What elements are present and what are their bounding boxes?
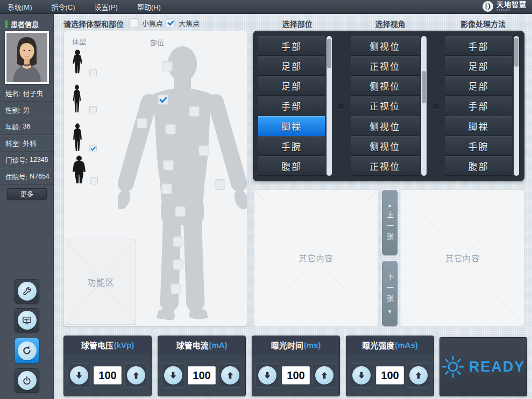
view-item[interactable]: 侧视位 bbox=[351, 116, 420, 136]
mas-increase-button[interactable] bbox=[407, 363, 430, 388]
tools-button[interactable] bbox=[15, 279, 39, 303]
part-list-scrollbar[interactable] bbox=[327, 36, 332, 176]
reset-button[interactable] bbox=[15, 338, 39, 364]
small-focus-checkbox[interactable] bbox=[129, 18, 138, 27]
process-item[interactable]: 脚裸 bbox=[445, 116, 512, 136]
body-type-male-checkbox[interactable] bbox=[89, 145, 97, 152]
ms-value[interactable]: 100 bbox=[282, 366, 310, 384]
view-item[interactable]: 正视位 bbox=[351, 156, 420, 176]
kvp-decrease-button[interactable] bbox=[67, 363, 91, 388]
chevron-right-separator: » bbox=[332, 36, 351, 176]
up-arrow-icon bbox=[414, 371, 423, 380]
next-image-button[interactable]: 下一张 ▼ bbox=[382, 261, 398, 326]
menu-help[interactable]: 帮助(H) bbox=[137, 2, 161, 12]
part-checkbox-left-collar[interactable] bbox=[158, 94, 168, 105]
patient-gender-row: 性别:男 bbox=[0, 102, 54, 118]
power-button[interactable] bbox=[15, 368, 39, 393]
ma-value[interactable]: 100 bbox=[188, 366, 216, 384]
part-checkbox-left-upper-arm[interactable] bbox=[137, 118, 147, 129]
menu-command[interactable]: 指令(C) bbox=[52, 2, 75, 12]
monitor-button[interactable] bbox=[15, 308, 39, 332]
function-area-placeholder: 功能区 bbox=[66, 239, 136, 325]
process-item[interactable]: 手部 bbox=[445, 36, 512, 56]
kvp-param-title: 球管电压(kVp) bbox=[64, 336, 151, 354]
patient-info-header: 患者信息 bbox=[5, 19, 39, 29]
part-checkbox-head[interactable] bbox=[162, 61, 173, 72]
part-checkbox-right-shin[interactable] bbox=[173, 259, 183, 270]
green-accent-bar bbox=[5, 20, 8, 28]
power-icon bbox=[18, 371, 37, 390]
part-item[interactable]: 足部 bbox=[258, 76, 325, 96]
menu-settings[interactable]: 设置(P) bbox=[95, 2, 118, 12]
more-button[interactable]: 更多 bbox=[7, 188, 47, 200]
body-type-child[interactable] bbox=[71, 49, 98, 76]
view-item[interactable]: 正视位 bbox=[351, 56, 420, 76]
body-type-male[interactable] bbox=[71, 123, 98, 153]
body-type-slim-female[interactable] bbox=[71, 84, 98, 115]
part-item[interactable]: 足部 bbox=[258, 56, 325, 76]
function-area-label: 功能区 bbox=[66, 239, 136, 324]
body-type-heavy[interactable] bbox=[71, 155, 98, 186]
preview-left-label: 其它内容 bbox=[254, 190, 378, 326]
up-arrow-icon bbox=[320, 371, 329, 380]
body-type-label: 体型 bbox=[72, 36, 86, 46]
select-part-header: 选择部位 bbox=[253, 18, 342, 29]
part-checkbox-right-thigh[interactable] bbox=[175, 206, 186, 217]
menu-system[interactable]: 系统(M) bbox=[8, 2, 32, 12]
ready-button[interactable]: READY bbox=[439, 337, 527, 396]
mas-decrease-button[interactable] bbox=[350, 363, 373, 388]
ready-label: READY bbox=[469, 359, 526, 375]
small-focus-option: 小焦点 bbox=[129, 18, 163, 28]
large-focus-checkbox[interactable] bbox=[166, 18, 175, 27]
ma-decrease-button[interactable] bbox=[161, 363, 185, 388]
view-list-scrollbar[interactable] bbox=[421, 36, 427, 176]
process-list-scrollbar[interactable] bbox=[514, 36, 519, 176]
process-item[interactable]: 足部 bbox=[445, 76, 512, 96]
previous-image-button[interactable]: ▲ 上一张 bbox=[382, 190, 398, 255]
patient-portrait bbox=[6, 33, 47, 82]
process-item[interactable]: 足部 bbox=[445, 56, 512, 76]
view-item[interactable]: 正视位 bbox=[351, 96, 420, 116]
kvp-increase-button[interactable] bbox=[124, 363, 148, 388]
patient-info-title: 患者信息 bbox=[11, 19, 39, 29]
part-item[interactable]: 手部 bbox=[258, 96, 325, 116]
ma-increase-button[interactable] bbox=[218, 363, 242, 388]
body-map-panel: 体型 部位 bbox=[63, 31, 247, 326]
patient-outpatient-row: 门诊号:12345 bbox=[0, 152, 54, 168]
view-item[interactable]: 侧视位 bbox=[351, 76, 420, 96]
part-checkbox-pelvis[interactable] bbox=[161, 183, 172, 194]
app-window: 系统(M) 指令(C) 设置(P) 帮助(H) 天地智慧 TIANDI 患者信息 bbox=[0, 0, 532, 399]
part-list: 手部 足部 足部 手部 脚裸 手腕 腹部 bbox=[258, 36, 332, 176]
select-view-header: 选择视角 bbox=[349, 18, 432, 29]
body-type-slim-female-checkbox[interactable] bbox=[89, 106, 97, 113]
mas-param-title: 曝光强度(mAs) bbox=[346, 336, 434, 354]
part-item[interactable]: 腹部 bbox=[258, 156, 325, 176]
ms-increase-button[interactable] bbox=[313, 363, 336, 388]
view-item[interactable]: 侧视位 bbox=[351, 136, 420, 156]
body-type-child-checkbox[interactable] bbox=[89, 69, 97, 76]
part-checkbox-right-hand[interactable] bbox=[215, 179, 225, 190]
patient-dept-row: 科室:外科 bbox=[0, 135, 54, 152]
mas-value[interactable]: 100 bbox=[376, 366, 404, 384]
view-item[interactable]: 侧视位 bbox=[351, 36, 420, 56]
part-item[interactable]: 手部 bbox=[258, 36, 325, 56]
down-arrow-icon: ▼ bbox=[387, 309, 393, 315]
patient-name-row: 姓名:付子虫 bbox=[0, 85, 54, 102]
part-checkbox-right-ankle[interactable] bbox=[171, 283, 181, 294]
part-item[interactable]: 脚裸 bbox=[258, 116, 325, 136]
ms-param-title: 曝光时间(ms) bbox=[252, 336, 339, 354]
part-checkbox-right-elbow[interactable] bbox=[198, 145, 209, 156]
process-item[interactable]: 手腕 bbox=[445, 136, 512, 156]
part-item[interactable]: 手腕 bbox=[258, 136, 325, 156]
part-checkbox-chest[interactable] bbox=[165, 124, 176, 134]
patient-photo bbox=[5, 31, 49, 84]
down-arrow-icon bbox=[263, 371, 272, 380]
part-checkbox-abdomen[interactable] bbox=[163, 160, 174, 170]
kvp-value[interactable]: 100 bbox=[94, 366, 122, 384]
ms-decrease-button[interactable] bbox=[256, 363, 279, 388]
process-item[interactable]: 手部 bbox=[445, 96, 512, 116]
process-item[interactable]: 腹部 bbox=[445, 156, 512, 176]
body-type-heavy-checkbox[interactable] bbox=[90, 177, 98, 184]
part-checkbox-right-knee[interactable] bbox=[173, 236, 183, 247]
part-checkbox-right-shoulder[interactable] bbox=[189, 106, 200, 117]
